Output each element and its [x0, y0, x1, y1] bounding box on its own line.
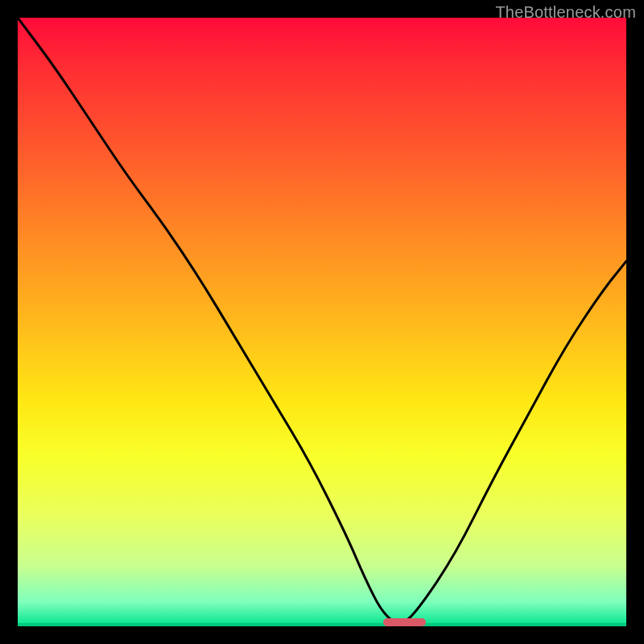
chart-frame: TheBottleneck.com — [0, 0, 644, 644]
bottleneck-curve — [18, 18, 626, 626]
plot-area — [18, 18, 626, 626]
curve-minimum-marker — [383, 618, 426, 626]
watermark-text: TheBottleneck.com — [495, 3, 636, 22]
